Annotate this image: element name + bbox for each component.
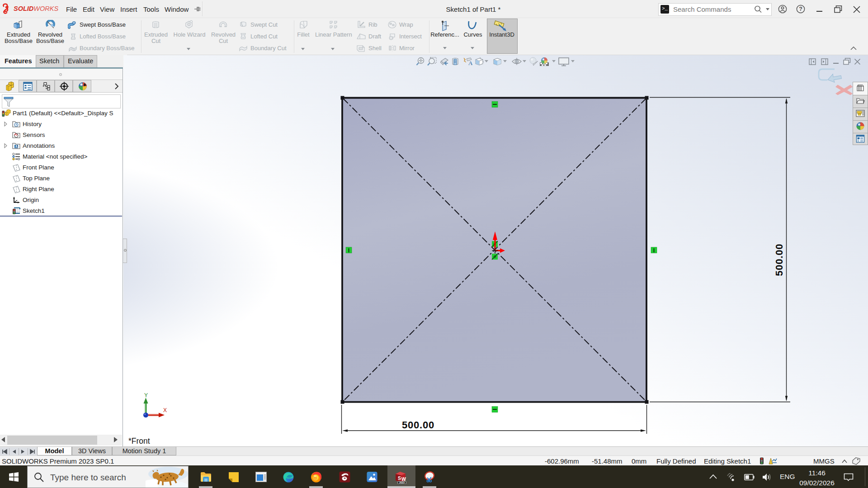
svg-text:S: S xyxy=(398,475,401,481)
svg-text:2023: 2023 xyxy=(399,481,405,484)
svg-text:500.00: 500.00 xyxy=(774,244,785,276)
svg-text:500.00: 500.00 xyxy=(402,419,434,431)
svg-text:A: A xyxy=(15,145,18,149)
